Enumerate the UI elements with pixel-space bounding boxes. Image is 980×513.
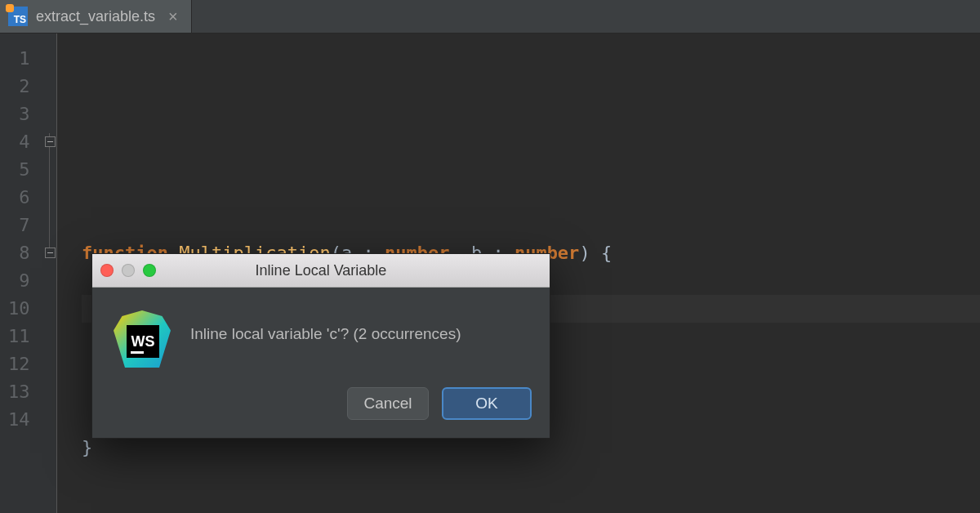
dialog-message: Inline local variable 'c'? (2 occurrence… (190, 310, 461, 343)
fold-guide (49, 133, 50, 252)
fold-gutter (33, 33, 57, 513)
window-minimize-icon[interactable] (122, 264, 135, 277)
webstorm-logo-icon: WS (114, 310, 171, 368)
line-number: 4 (0, 128, 30, 156)
line-number: 9 (0, 267, 30, 295)
line-number: 7 (0, 212, 30, 239)
fold-toggle-open-icon[interactable] (45, 136, 56, 147)
editor-tab[interactable]: TS extract_variable.ts × (0, 0, 192, 33)
cancel-button[interactable]: Cancel (347, 387, 429, 420)
inline-variable-dialog: Inline Local Variable WS Inline local va… (91, 253, 550, 439)
tab-filename: extract_variable.ts (36, 8, 155, 25)
window-zoom-icon[interactable] (143, 264, 156, 277)
dialog-titlebar[interactable]: Inline Local Variable (92, 254, 550, 288)
dialog-title: Inline Local Variable (92, 262, 550, 279)
line-number: 3 (0, 100, 30, 128)
line-number: 2 (0, 73, 30, 100)
line-number: 14 (0, 406, 30, 434)
fold-toggle-close-icon[interactable] (45, 248, 56, 258)
window-close-icon[interactable] (100, 264, 114, 277)
line-number: 13 (0, 378, 30, 406)
line-number: 8 (0, 239, 30, 267)
tab-bar: TS extract_variable.ts × (0, 0, 980, 33)
line-number-gutter: 1 2 3 4 5 6 7 8 9 10 11 12 13 14 (0, 33, 33, 513)
typescript-file-icon: TS (8, 7, 28, 26)
line-number: 12 (0, 350, 30, 378)
dialog-button-row: Cancel OK (92, 376, 550, 438)
window-controls (100, 264, 156, 277)
dialog-body: WS Inline local variable 'c'? (2 occurre… (92, 288, 550, 376)
line-number: 10 (0, 295, 30, 323)
line-number: 11 (0, 323, 30, 350)
line-number: 5 (0, 156, 30, 184)
line-number: 6 (0, 184, 30, 212)
close-tab-icon[interactable]: × (168, 8, 178, 25)
ok-button[interactable]: OK (442, 387, 532, 420)
line-number: 1 (0, 45, 30, 73)
